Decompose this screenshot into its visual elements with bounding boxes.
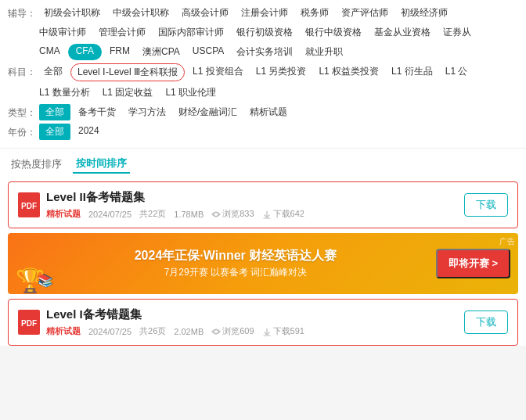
card2-title: Level I备考错题集 (46, 307, 304, 322)
filter-type-jingxi[interactable]: 精析试题 (245, 104, 292, 120)
leixing-label: 类型： (8, 104, 36, 120)
card1-left: PDF Level II备考错题集 精析试题 2024/07/25 共22页 1… (18, 190, 304, 220)
fuDao-label: 辅导： (8, 5, 36, 20)
main-container: 辅导： 初级会计职称 中级会计职称 高级会计师 注册会计师 税务师 资产评估师 … (0, 0, 526, 346)
svg-text:PDF: PDF (21, 202, 37, 210)
card2-size: 2.02MB (174, 327, 204, 336)
card1-download-btn[interactable]: 下载 (464, 193, 508, 217)
pdf-icon-2: PDF (18, 310, 40, 335)
banner-ad[interactable]: 广告 🏆 📚 2024年正保·Winner 财经英语达人赛 7月29开赛 以赛备… (8, 233, 518, 294)
card2-downloads: 下载591 (262, 325, 304, 337)
card1-date: 2024/07/25 (88, 210, 132, 219)
card2-date: 2024/07/25 (88, 327, 132, 336)
fuDao-row1: 辅导： 初级会计职称 中级会计职称 高级会计师 注册会计师 税务师 资产评估师 … (8, 5, 518, 21)
filter-year-all[interactable]: 全部 (39, 124, 70, 140)
banner-title: 2024年正保·Winner 财经英语达人赛 (63, 248, 409, 264)
filter-section: 辅导： 初级会计职称 中级会计职称 高级会计师 注册会计师 税务师 资产评估师 … (0, 0, 526, 149)
kemu-row1: 科目： 全部 Level Ⅰ-Level Ⅲ全科联报 L1 投资组合 L1 另类… (8, 63, 518, 81)
year-items: 全部 2024 (39, 124, 518, 140)
nianfen-label: 年份： (8, 124, 36, 139)
filter-zhongkuaiji[interactable]: 中级会计职称 (108, 5, 174, 21)
type-items: 全部 备考干货 学习方法 财经/金融词汇 精析试题 (39, 104, 518, 120)
card2-pages: 共26页 (139, 325, 166, 337)
banner-cta-wrap: 即将开赛 > (436, 249, 510, 278)
filter-aocpa[interactable]: 澳洲CPA (138, 44, 185, 60)
filter-zhengquancong[interactable]: 证券从 (438, 24, 476, 41)
card1-views: 浏览833 (211, 208, 254, 220)
card-level2: PDF Level II备考错题集 精析试题 2024/07/25 共22页 1… (8, 181, 518, 228)
filter-subject-l1fixed[interactable]: L1 固定收益 (98, 84, 158, 101)
kemu-row2: 科： L1 数量分析 L1 固定收益 L1 职业伦理 (8, 84, 518, 101)
filter-yinhangchuji[interactable]: 银行初级资格 (232, 24, 297, 41)
filter-uscpa[interactable]: USCPA (188, 44, 229, 60)
filter-guojinaibushenji[interactable]: 国际内部审计师 (153, 24, 229, 41)
banner-cta-btn[interactable]: 即将开赛 > (436, 249, 510, 278)
filter-frm[interactable]: FRM (105, 44, 135, 60)
filter-subject-all[interactable]: 全部 (39, 63, 67, 81)
sort-bar: 按热度排序 按时间排序 (0, 149, 526, 177)
fuDao-items-row2: 中级审计师 管理会计师 国际内部审计师 银行初级资格 银行中级资格 基金从业资格… (34, 24, 518, 41)
card2-left: PDF Level I备考错题集 精析试题 2024/07/25 共26页 2.… (18, 307, 304, 337)
banner-text-center: 2024年正保·Winner 财经英语达人赛 7月29开赛 以赛备考 词汇巅峰对… (63, 248, 409, 279)
card1-meta: 精析试题 2024/07/25 共22页 1.78MB 浏览833 下载642 (46, 208, 304, 220)
filter-subject-fullsci[interactable]: Level Ⅰ-Level Ⅲ全科联报 (70, 63, 185, 81)
banner-ad-label: 广告 (499, 236, 515, 247)
filter-subject-l1equity[interactable]: L1 权益类投资 (314, 63, 384, 81)
eye-icon-2 (211, 327, 221, 336)
kemu-items-row1: 全部 Level Ⅰ-Level Ⅲ全科联报 L1 投资组合 L1 另类投资 L… (39, 63, 518, 81)
filter-chujijingji[interactable]: 初级经济师 (396, 5, 452, 21)
filter-type-xuexifangfa[interactable]: 学习方法 (124, 104, 171, 120)
filter-subject-l1pub[interactable]: L1 公 (441, 63, 473, 81)
download-count-icon-2 (262, 327, 272, 336)
filter-subject-l1ethics[interactable]: L1 职业伦理 (160, 84, 221, 101)
banner-subtitle: 7月29开赛 以赛备考 词汇巅峰对决 (63, 266, 409, 279)
filter-chujikuaiji[interactable]: 初级会计职称 (39, 5, 105, 21)
filter-zhongshenji[interactable]: 中级审计师 (34, 24, 91, 41)
filter-cfa[interactable]: CFA (68, 44, 102, 60)
card1-downloads: 下载642 (262, 208, 304, 220)
card1-title: Level II备考错题集 (46, 190, 304, 205)
filter-jiuyeshengzhi[interactable]: 就业升职 (301, 44, 348, 60)
leixing-row: 类型： 全部 备考干货 学习方法 财经/金融词汇 精析试题 (8, 104, 518, 120)
fuDao-items-row1: 初级会计职称 中级会计职称 高级会计师 注册会计师 税务师 资产评估师 初级经济… (39, 5, 518, 21)
filter-type-caijing[interactable]: 财经/金融词汇 (174, 104, 242, 120)
card2-info: Level I备考错题集 精析试题 2024/07/25 共26页 2.02MB… (46, 307, 304, 337)
card2-meta: 精析试题 2024/07/25 共26页 2.02MB 浏览609 下载591 (46, 325, 304, 337)
filter-zhucekuaiji[interactable]: 注册会计师 (236, 5, 293, 21)
fuDao-items-row3: CMA CFA FRM 澳洲CPA USCPA 会计实务培训 就业升职 (34, 44, 518, 60)
card2-tag: 精析试题 (46, 325, 81, 337)
filter-year-2024[interactable]: 2024 (74, 124, 104, 140)
filter-shuiwushi[interactable]: 税务师 (296, 5, 333, 21)
filter-guanlykuaiji[interactable]: 管理会计师 (94, 24, 150, 41)
filter-kuaijishipei[interactable]: 会计实务培训 (232, 44, 297, 60)
pdf-icon: PDF (18, 192, 40, 217)
filter-subject-l1deriv[interactable]: L1 衍生品 (387, 63, 438, 81)
sort-by-hot[interactable]: 按热度排序 (8, 156, 65, 173)
books-icon: 📚 (38, 273, 53, 288)
filter-subject-l1quant[interactable]: L1 数量分析 (34, 84, 95, 101)
nianfen-row: 年份： 全部 2024 (8, 124, 518, 140)
card2-download-btn[interactable]: 下载 (464, 311, 508, 334)
filter-cma[interactable]: CMA (34, 44, 65, 60)
filter-yinhangzhongji[interactable]: 银行中级资格 (301, 24, 366, 41)
card2-views: 浏览609 (211, 325, 254, 337)
fuDao-row2: 辅： 中级审计师 管理会计师 国际内部审计师 银行初级资格 银行中级资格 基金从… (8, 24, 518, 41)
card-level1: PDF Level I备考错题集 精析试题 2024/07/25 共26页 2.… (8, 299, 518, 346)
card1-info: Level II备考错题集 精析试题 2024/07/25 共22页 1.78M… (46, 190, 304, 220)
filter-type-all[interactable]: 全部 (39, 104, 70, 120)
card1-tag: 精析试题 (46, 208, 81, 220)
filter-subject-l1invest[interactable]: L1 投资组合 (188, 63, 248, 81)
filter-gaokuaishi[interactable]: 高级会计师 (177, 5, 233, 21)
sort-by-time[interactable]: 按时间排序 (73, 155, 130, 174)
filter-jijincongye[interactable]: 基金从业资格 (369, 24, 435, 41)
svg-text:PDF: PDF (21, 319, 37, 328)
filter-subject-l1alt[interactable]: L1 另类投资 (251, 63, 312, 81)
fuDao-row3: 辅： CMA CFA FRM 澳洲CPA USCPA 会计实务培训 就业升职 (8, 44, 518, 60)
eye-icon (211, 210, 221, 219)
kemu-label: 科目： (8, 63, 36, 79)
filter-zicanpinggu[interactable]: 资产评估师 (337, 5, 393, 21)
kemu-items-row2: L1 数量分析 L1 固定收益 L1 职业伦理 (34, 84, 518, 101)
card1-size: 1.78MB (174, 210, 204, 219)
card1-pages: 共22页 (139, 208, 166, 220)
filter-type-beikao[interactable]: 备考干货 (74, 104, 121, 120)
